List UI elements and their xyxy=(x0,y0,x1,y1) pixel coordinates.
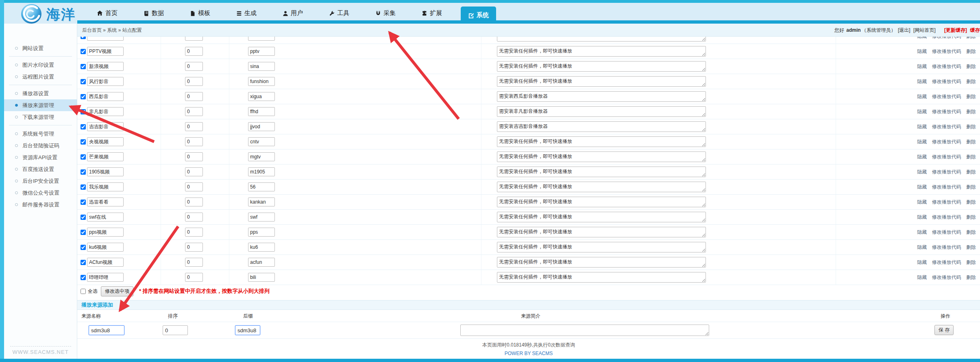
edit-play-code-link[interactable]: 修改播放代码 xyxy=(932,109,961,114)
nav-item-system[interactable]: 系统 xyxy=(461,7,496,24)
source-desc-textarea[interactable] xyxy=(497,121,706,132)
sidebar-item-image-watermark[interactable]: 图片水印设置 xyxy=(4,59,77,71)
sort-input[interactable] xyxy=(185,47,203,56)
source-name-input[interactable] xyxy=(87,47,124,56)
update-cache-link[interactable]: [更新缓存] xyxy=(944,27,967,33)
edit-play-code-link[interactable]: 修改播放代码 xyxy=(932,64,961,69)
sort-input[interactable] xyxy=(185,107,203,116)
source-name-input[interactable] xyxy=(87,137,124,146)
hide-link[interactable]: 隐藏 xyxy=(917,274,927,280)
source-name-input[interactable] xyxy=(87,77,124,86)
sidebar-item-site-settings[interactable]: 网站设置 xyxy=(4,42,77,54)
sidebar-item-remote-image[interactable]: 远程图片设置 xyxy=(4,71,77,83)
sidebar-item-admin-ip-security[interactable]: 后台IP安全设置 xyxy=(4,175,77,187)
row-checkbox[interactable] xyxy=(81,139,86,145)
source-name-input[interactable] xyxy=(87,62,124,71)
new-source-desc-textarea[interactable] xyxy=(460,325,709,336)
hide-link[interactable]: 隐藏 xyxy=(917,154,927,160)
cache-clear-link[interactable]: 缓存清理 xyxy=(970,27,980,33)
delete-link[interactable]: 删除 xyxy=(966,184,976,190)
source-name-input[interactable] xyxy=(87,228,124,237)
sidebar-item-player-settings[interactable]: 播放器设置 xyxy=(4,88,77,99)
source-desc-textarea[interactable] xyxy=(497,151,706,162)
source-desc-textarea[interactable] xyxy=(497,91,706,102)
sort-input[interactable] xyxy=(185,182,203,191)
edit-play-code-link[interactable]: 修改播放代码 xyxy=(932,274,961,280)
source-name-input[interactable] xyxy=(87,197,124,206)
sort-input[interactable] xyxy=(185,228,203,237)
suffix-input[interactable] xyxy=(248,47,275,56)
row-checkbox[interactable] xyxy=(81,37,86,39)
source-desc-textarea[interactable] xyxy=(497,106,706,117)
suffix-input[interactable] xyxy=(248,182,275,191)
source-name-input[interactable] xyxy=(87,122,124,131)
row-checkbox[interactable] xyxy=(81,124,86,129)
edit-play-code-link[interactable]: 修改播放代码 xyxy=(932,37,961,39)
suffix-input[interactable] xyxy=(248,228,275,237)
source-name-input[interactable] xyxy=(87,107,124,116)
sort-input[interactable] xyxy=(185,37,203,41)
edit-play-code-link[interactable]: 修改播放代码 xyxy=(932,94,961,99)
row-checkbox[interactable] xyxy=(81,49,86,54)
sort-input[interactable] xyxy=(185,137,203,146)
row-checkbox[interactable] xyxy=(81,154,86,160)
sort-input[interactable] xyxy=(185,258,203,267)
hide-link[interactable]: 隐藏 xyxy=(917,124,927,129)
edit-play-code-link[interactable]: 修改播放代码 xyxy=(932,154,961,160)
edit-play-code-link[interactable]: 修改播放代码 xyxy=(932,214,961,220)
hide-link[interactable]: 隐藏 xyxy=(917,94,927,99)
nav-item-template[interactable]: 模板 xyxy=(183,6,218,21)
source-name-input[interactable] xyxy=(87,152,124,161)
source-name-input[interactable] xyxy=(87,92,124,101)
source-desc-textarea[interactable] xyxy=(497,227,706,237)
sort-input[interactable] xyxy=(185,122,203,131)
nav-item-collect[interactable]: 采集 xyxy=(368,6,403,21)
source-name-input[interactable] xyxy=(87,273,124,282)
delete-link[interactable]: 删除 xyxy=(966,139,976,145)
select-all-checkbox[interactable] xyxy=(81,289,86,294)
suffix-input[interactable] xyxy=(248,77,275,86)
source-name-input[interactable] xyxy=(87,258,124,267)
row-checkbox[interactable] xyxy=(81,109,86,114)
source-desc-textarea[interactable] xyxy=(497,272,706,283)
row-checkbox[interactable] xyxy=(81,184,86,190)
suffix-input[interactable] xyxy=(248,122,275,131)
source-name-input[interactable] xyxy=(87,243,124,252)
suffix-input[interactable] xyxy=(248,167,275,176)
delete-link[interactable]: 删除 xyxy=(966,37,976,39)
row-checkbox[interactable] xyxy=(81,230,86,235)
hide-link[interactable]: 隐藏 xyxy=(917,244,927,250)
hide-link[interactable]: 隐藏 xyxy=(917,79,927,84)
edit-play-code-link[interactable]: 修改播放代码 xyxy=(932,48,961,54)
row-checkbox[interactable] xyxy=(81,260,86,265)
nav-item-tools[interactable]: 工具 xyxy=(322,6,357,21)
edit-play-code-link[interactable]: 修改播放代码 xyxy=(932,139,961,145)
new-source-name-input[interactable] xyxy=(89,325,124,335)
save-button[interactable]: 保 存 xyxy=(934,325,954,335)
add-section-title[interactable]: 播放来源添加 xyxy=(81,302,113,308)
site-home-link[interactable]: [网站首页] xyxy=(913,27,936,33)
suffix-input[interactable] xyxy=(248,37,275,41)
logo[interactable]: 海洋 xyxy=(20,4,76,26)
row-checkbox[interactable] xyxy=(81,215,86,220)
delete-link[interactable]: 删除 xyxy=(966,214,976,220)
source-desc-textarea[interactable] xyxy=(497,212,706,222)
source-desc-textarea[interactable] xyxy=(497,182,706,192)
sort-input[interactable] xyxy=(185,167,203,176)
logout-link[interactable]: [退出] xyxy=(898,27,910,33)
source-name-input[interactable] xyxy=(87,182,124,191)
hide-link[interactable]: 隐藏 xyxy=(917,259,927,265)
sidebar-item-mail-server[interactable]: 邮件服务器设置 xyxy=(4,199,77,211)
source-name-input[interactable] xyxy=(87,167,124,176)
source-name-input[interactable] xyxy=(87,37,124,41)
row-checkbox[interactable] xyxy=(81,245,86,250)
delete-link[interactable]: 删除 xyxy=(966,274,976,280)
delete-link[interactable]: 删除 xyxy=(966,109,976,114)
row-checkbox[interactable] xyxy=(81,79,86,84)
powered-by-link[interactable]: POWER BY SEACMS xyxy=(77,351,980,356)
delete-link[interactable]: 删除 xyxy=(966,94,976,99)
delete-link[interactable]: 删除 xyxy=(966,259,976,265)
source-desc-textarea[interactable] xyxy=(497,197,706,207)
delete-link[interactable]: 删除 xyxy=(966,229,976,235)
hide-link[interactable]: 隐藏 xyxy=(917,48,927,54)
